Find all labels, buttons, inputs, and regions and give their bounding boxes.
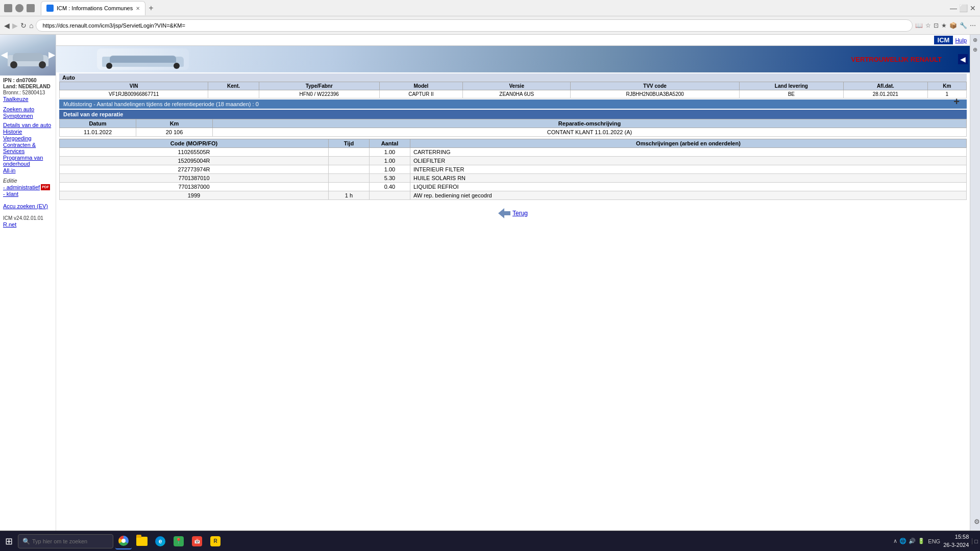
taskbar-battery-icon[interactable]: 🔋: [918, 538, 925, 544]
extensions-icon[interactable]: 🔧: [960, 22, 967, 29]
table-row: 1999 1 h AW rep. bediening niet gecodrd: [60, 191, 967, 200]
active-tab[interactable]: ICM : Informations Communes ✕: [41, 1, 145, 15]
taskbar-sys-icons: ∧ 🌐 🔊 🔋: [893, 538, 925, 544]
details-van-auto-link[interactable]: Details van de auto: [3, 122, 53, 128]
reparatie-omschr-col-header: Reparatie-omschrijving: [213, 119, 967, 128]
maximize-button[interactable]: ⬜: [959, 4, 968, 12]
model-val: CAPTUR II: [379, 90, 462, 98]
add-button[interactable]: +: [953, 96, 960, 108]
start-button[interactable]: ⊞: [2, 534, 16, 549]
terug-link[interactable]: Terug: [512, 210, 528, 217]
more-icon[interactable]: ⋯: [970, 22, 976, 29]
sidebar-nav: IPN : dn07060 Land: NEDERLAND Bronnr.: 5…: [0, 76, 56, 230]
programma-onderhoud-link[interactable]: Programma van onderhoud: [3, 155, 53, 167]
confidential-badge: VERTROUWELIJK RENAULT: [851, 56, 942, 63]
aantal-cell: 1.00: [369, 157, 410, 165]
table-row: 152095004R 1.00 OLIEFILTER: [60, 157, 967, 165]
administratief-link[interactable]: - administratief: [3, 184, 40, 190]
right-panel: ⊕ ⊕ ⚙: [970, 35, 980, 531]
taskbar-app-fileexplorer[interactable]: [134, 533, 150, 549]
tijd-cell: [328, 148, 369, 157]
url-input[interactable]: [36, 19, 913, 32]
taskbar: ⊞ 🔍 e 📍 📅 R ∧ 🌐 🔊 🔋 ENG 15:58: [0, 531, 980, 551]
aantal-cell: 5.30: [369, 174, 410, 183]
back-button[interactable]: ◀: [4, 21, 10, 30]
split-icon[interactable]: ⊡: [934, 22, 939, 29]
omschr-cell: OLIEFILTER: [410, 157, 966, 165]
taskbar-right: ∧ 🌐 🔊 🔋 ENG 15:58 26-3-2024 □: [893, 533, 978, 549]
ipn-label: IPN : dn07060: [3, 78, 53, 83]
sidebar-arrow-left[interactable]: ◀: [1, 50, 7, 60]
detail-reparatie-header: Detail van de reparatie: [59, 110, 967, 119]
tijd-cell: [328, 174, 369, 183]
right-panel-settings-icon[interactable]: ⚙: [974, 518, 980, 525]
tijd-cell: [328, 165, 369, 174]
browser-titlebar: ICM : Informations Communes ✕ + — ⬜ ✕: [0, 0, 980, 16]
icm-help-link[interactable]: Hulp: [955, 37, 967, 43]
taskbar-network-icon[interactable]: 🌐: [899, 538, 906, 544]
bookmark-icon[interactable]: ☆: [925, 22, 931, 29]
taalkeuze-link[interactable]: Taalkeuze: [3, 96, 53, 102]
favorites-icon[interactable]: ★: [941, 22, 947, 29]
vin-val: VF1RJB00966867711: [60, 90, 208, 98]
sidebar-arrow-right[interactable]: ▶: [48, 50, 55, 60]
home-button[interactable]: ⌂: [29, 21, 33, 30]
kent-val: [208, 90, 259, 98]
taskbar-lang: ENG: [928, 538, 940, 544]
right-sidebar-toggle[interactable]: ◀: [958, 54, 968, 64]
accu-zoeken-link[interactable]: Accu zoeken (EV): [3, 203, 53, 209]
afl-dat-col-header: Afl.dat.: [843, 82, 927, 90]
taskbar-app-renault[interactable]: R: [207, 533, 224, 549]
sidebar-car-graphic: [5, 40, 51, 70]
taskbar-speaker-icon[interactable]: 🔊: [909, 538, 916, 544]
km-val: 1: [927, 90, 966, 98]
km-repair-val: 20 106: [136, 128, 213, 137]
model-col-header: Model: [379, 82, 462, 90]
taskbar-search-box[interactable]: 🔍: [18, 534, 113, 548]
forward-button[interactable]: ▶: [12, 21, 18, 30]
code-cell: 7701387000: [60, 183, 329, 191]
taskbar-app-edge[interactable]: e: [152, 533, 168, 549]
zoeken-auto-link[interactable]: Zoeken auto: [3, 106, 53, 112]
contracten-services-link[interactable]: Contracten & Services: [3, 142, 53, 154]
refresh-button[interactable]: ↻: [20, 21, 27, 30]
page-header-strip: VERTROUWELIJK RENAULT ◀: [56, 46, 970, 72]
km-col-header: Km: [927, 82, 966, 90]
code-cell: 110265505R: [60, 148, 329, 157]
code-cell: 272773974R: [60, 165, 329, 174]
vin-col-header: VIN: [60, 82, 208, 90]
taskbar-search-input[interactable]: [32, 538, 109, 544]
table-row: 110265505R 1.00 CARTERRING: [60, 148, 967, 157]
datum-col-header: Datum: [60, 119, 136, 128]
table-row: 7701387000 0.40 LIQUIDE REFROI: [60, 183, 967, 191]
taskbar-chevron-icon[interactable]: ∧: [893, 538, 897, 544]
terug-link-container[interactable]: Terug: [59, 208, 967, 218]
tijd-cell: [328, 157, 369, 165]
taskbar-app-maps[interactable]: 📍: [170, 533, 187, 549]
taskbar-app-calendar[interactable]: 📅: [189, 533, 205, 549]
reparatie-omschr-val: CONTANT KLANT 11.01.2022 (A): [213, 128, 967, 137]
reader-icon[interactable]: 📖: [915, 22, 923, 29]
taskbar-app-chrome[interactable]: [115, 533, 132, 549]
browser-icon: [4, 4, 12, 12]
new-tab-button[interactable]: +: [145, 4, 156, 13]
land-levering-col-header: Land levering: [739, 82, 843, 90]
all-in-link[interactable]: All-in: [3, 167, 53, 173]
taskbar-show-desktop[interactable]: □: [972, 538, 978, 544]
minimize-button[interactable]: —: [950, 4, 957, 12]
taskbar-datetime: 15:58 26-3-2024: [943, 533, 969, 549]
icm-header-bar: ICM Hulp: [56, 35, 970, 46]
rnet-link[interactable]: R.net: [3, 221, 53, 228]
editie-label: Editie: [3, 178, 53, 184]
tvv-code-col-header: TVV code: [571, 82, 740, 90]
vergoeding-link[interactable]: Vergoeding: [3, 135, 53, 141]
tab-close-icon[interactable]: ✕: [136, 6, 140, 11]
collections-icon[interactable]: 📦: [949, 22, 957, 29]
right-panel-icon-1[interactable]: ⊕: [973, 37, 977, 43]
klant-link[interactable]: - klant: [3, 191, 53, 197]
taskbar-search-icon: 🔍: [22, 538, 30, 545]
right-panel-icon-2[interactable]: ⊕: [973, 46, 977, 53]
symptomen-link[interactable]: Symptomen: [3, 113, 53, 119]
historie-link[interactable]: Historie: [3, 129, 53, 135]
close-button[interactable]: ✕: [970, 4, 976, 12]
